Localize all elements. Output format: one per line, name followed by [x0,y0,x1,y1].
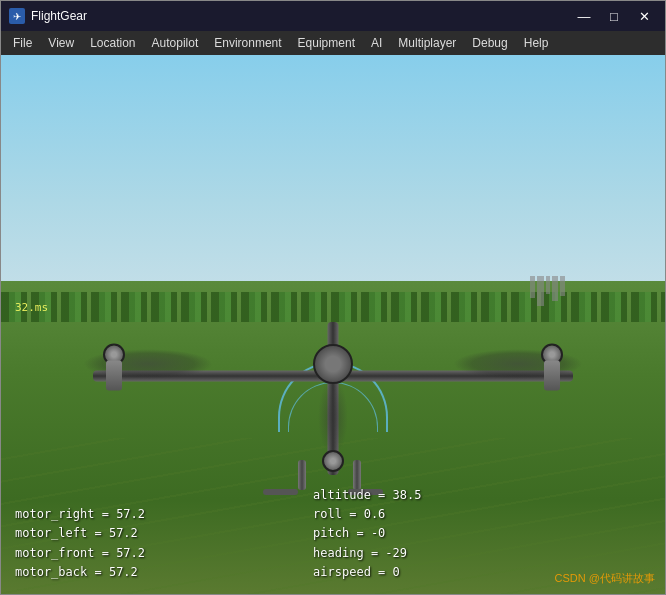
building-5 [560,276,565,296]
altitude-value: altitude = 38.5 [313,486,421,505]
telemetry-left-panel: motor_right = 57.2 motor_left = 57.2 mot… [15,505,145,582]
motor-right-value: motor_right = 57.2 [15,505,145,524]
sky-background [1,55,665,298]
title-bar: ✈ FlightGear — □ ✕ [1,1,665,31]
prop-front-blur [318,377,348,457]
landing-foot-left [263,489,298,495]
building-3 [546,276,550,294]
window-title: FlightGear [31,9,571,23]
menu-multiplayer[interactable]: Multiplayer [390,31,464,55]
motor-right-hub [541,344,563,391]
prop-right-blur [453,349,583,379]
heading-value: heading = -29 [313,544,421,563]
landing-gear-left [298,460,306,490]
motor-front-value: motor_front = 57.2 [15,544,145,563]
3d-viewport[interactable]: 32.ms motor_right = 57.2 motor_left = 57… [1,55,665,594]
telemetry-right-panel: altitude = 38.5 roll = 0.6 pitch = -0 he… [313,486,421,582]
menu-location[interactable]: Location [82,31,143,55]
menu-debug[interactable]: Debug [464,31,515,55]
minimize-button[interactable]: — [571,6,597,26]
main-window: ✈ FlightGear — □ ✕ File View Location Au… [0,0,666,595]
menu-bar: File View Location Autopilot Environment… [1,31,665,55]
motor-left-cylinder [106,361,122,391]
motor-back-value: motor_back = 57.2 [15,563,145,582]
window-controls: — □ ✕ [571,6,657,26]
menu-view[interactable]: View [40,31,82,55]
menu-help[interactable]: Help [516,31,557,55]
motor-right-cylinder [544,361,560,391]
drone-model [83,295,583,475]
maximize-button[interactable]: □ [601,6,627,26]
airspeed-value: airspeed = 0 [313,563,421,582]
pitch-value: pitch = -0 [313,524,421,543]
motor-left-value: motor_left = 57.2 [15,524,145,543]
menu-environment[interactable]: Environment [206,31,289,55]
app-icon: ✈ [9,8,25,24]
drone-center-body [313,344,353,384]
watermark: CSDN @代码讲故事 [555,571,655,586]
motor-left-hub [103,344,125,391]
menu-autopilot[interactable]: Autopilot [144,31,207,55]
menu-file[interactable]: File [5,31,40,55]
close-button[interactable]: ✕ [631,6,657,26]
watermark-text: CSDN @代码讲故事 [555,571,655,586]
svg-text:✈: ✈ [13,11,21,22]
menu-ai[interactable]: AI [363,31,390,55]
menu-equipment[interactable]: Equipment [290,31,363,55]
roll-value: roll = 0.6 [313,505,421,524]
fps-display: 32.ms [15,301,48,314]
